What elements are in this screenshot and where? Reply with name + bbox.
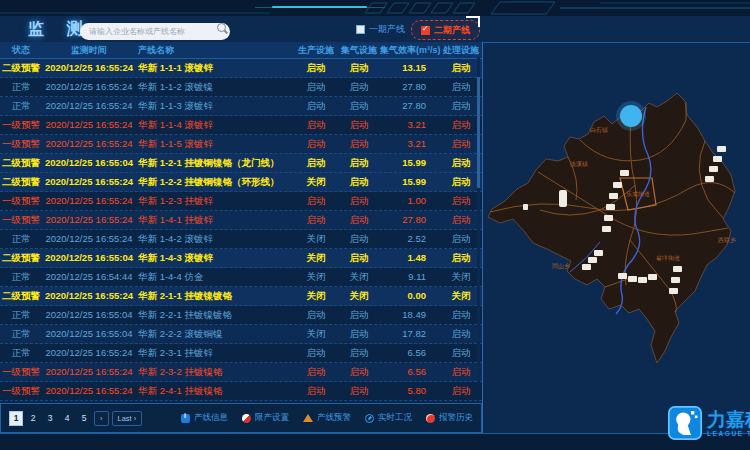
cell-time: 2020/12/25 16:55:24 [42, 97, 136, 115]
page-button-5[interactable]: 5 [77, 411, 91, 426]
district-map[interactable] [480, 60, 750, 375]
cell-gas: 启动 [338, 230, 380, 248]
cell-status: 正常 [0, 230, 42, 248]
cell-status: 二级预警 [0, 154, 42, 172]
search-input[interactable] [80, 23, 230, 40]
page-button-3[interactable]: 3 [43, 411, 57, 426]
brand-logo: 力嘉科技 LEAGUE TECH [668, 406, 750, 440]
table-row[interactable]: 一级预警2020/12/25 16:55:24华新 1-1-5 滚镀锌启动启动3… [0, 135, 482, 154]
search-icon[interactable] [217, 23, 226, 32]
table-row[interactable]: 正常2020/12/25 16:54:44华新 1-4-4 仿金关闭关闭9.11… [0, 268, 482, 287]
cell-status: 一级预警 [0, 192, 42, 210]
cell-eff: 27.80 [380, 211, 440, 229]
cell-prod: 启动 [294, 306, 338, 324]
cell-eff: 1.00 [380, 192, 440, 210]
cell-eff: 6.56 [380, 344, 440, 362]
column-header: 集气效率(m³/s) [380, 42, 440, 58]
cell-line: 华新 1-4-4 仿金 [136, 268, 294, 286]
page-button-2[interactable]: 2 [26, 411, 40, 426]
phase1-filter[interactable]: 一期产线 [356, 23, 405, 36]
cell-time: 2020/12/25 16:55:24 [42, 211, 136, 229]
cell-status: 一级预警 [0, 382, 42, 400]
cell-gas: 启动 [338, 78, 380, 96]
phase2-checkbox[interactable] [421, 26, 430, 35]
legend-item[interactable]: 实时工况 [365, 412, 412, 424]
top-decoration [0, 0, 750, 16]
column-header: 状态 [0, 42, 42, 58]
cell-gas: 关闭 [338, 268, 380, 286]
cell-eff: 9.11 [380, 268, 440, 286]
table-row[interactable]: 正常2020/12/25 16:55:04华新 2-2-1 挂镀镍镀铬启动启动1… [0, 306, 482, 325]
cell-eff: 13.15 [380, 59, 440, 77]
map-cluster-marker[interactable] [620, 105, 642, 127]
cell-line: 华新 1-1-1 滚镀锌 [136, 59, 294, 77]
phase1-checkbox[interactable] [356, 25, 365, 34]
cell-gas: 启动 [338, 192, 380, 210]
map-panel[interactable]: 白石镇淡溪镇乐成街道翁垟街道西联乡同山乡 [480, 42, 750, 433]
cell-prod: 关闭 [294, 173, 338, 191]
cell-gas: 启动 [338, 211, 380, 229]
cell-eff: 3.21 [380, 116, 440, 134]
limit-icon [242, 414, 251, 423]
column-header: 产线名称 [136, 42, 294, 58]
cell-gas: 启动 [338, 363, 380, 381]
column-header: 集气设施 [338, 42, 380, 58]
pagination-bar: 12345›Last › 产线信息限产设置产线预警实时工况报警历史 [0, 403, 482, 433]
table-row[interactable]: 正常2020/12/25 16:55:04华新 2-2-2 滚镀铜镍关闭启动17… [0, 325, 482, 344]
table-row[interactable]: 一级预警2020/12/25 16:55:24华新 1-2-3 挂镀锌启动启动1… [0, 192, 482, 211]
cell-status: 一级预警 [0, 363, 42, 381]
cell-prod: 关闭 [294, 287, 338, 305]
cell-status: 正常 [0, 344, 42, 362]
cell-prod: 启动 [294, 192, 338, 210]
legend-item[interactable]: 产线信息 [181, 412, 228, 424]
cell-status: 正常 [0, 268, 42, 286]
table-row[interactable]: 二级预警2020/12/25 16:55:24华新 2-1-1 挂镀镍镀铬关闭关… [0, 287, 482, 306]
next-page-button[interactable]: › [94, 411, 109, 426]
cell-status: 正常 [0, 325, 42, 343]
table-row[interactable]: 一级预警2020/12/25 16:55:24华新 1-4-1 挂镀锌启动启动2… [0, 211, 482, 230]
cell-line: 华新 2-1-1 挂镀镍镀铬 [136, 287, 294, 305]
cell-line: 华新 1-2-1 挂镀铜镍铬（龙门线） [136, 154, 294, 172]
search-box[interactable] [80, 20, 230, 37]
cell-status: 一级预警 [0, 211, 42, 229]
table-row[interactable]: 一级预警2020/12/25 16:55:24华新 1-1-4 滚镀锌启动启动3… [0, 116, 482, 135]
table-row[interactable]: 二级预警2020/12/25 16:55:04华新 1-4-3 滚镀锌关闭启动1… [0, 249, 482, 268]
last-page-button[interactable]: Last › [112, 411, 143, 426]
cell-line: 华新 2-4-1 挂镀镍铬 [136, 382, 294, 400]
table-row[interactable]: 正常2020/12/25 16:55:24华新 2-3-1 挂镀锌启动启动6.5… [0, 344, 482, 363]
legend: 产线信息限产设置产线预警实时工况报警历史 [181, 412, 473, 424]
page-button-1[interactable]: 1 [9, 411, 23, 426]
page-button-4[interactable]: 4 [60, 411, 74, 426]
table-row[interactable]: 二级预警2020/12/25 16:55:24华新 1-2-2 挂镀铜镍铬（环形… [0, 173, 482, 192]
cell-eff: 3.21 [380, 135, 440, 153]
cell-prod: 启动 [294, 135, 338, 153]
cell-eff: 0.00 [380, 287, 440, 305]
cell-treat: 启动 [440, 78, 482, 96]
cell-eff: 1.48 [380, 249, 440, 267]
table-row[interactable]: 正常2020/12/25 16:55:24华新 1-4-2 滚镀锌关闭启动2.5… [0, 230, 482, 249]
cell-time: 2020/12/25 16:55:24 [42, 135, 136, 153]
cell-line: 华新 2-2-1 挂镀镍镀铬 [136, 306, 294, 324]
alarm-icon [426, 414, 435, 423]
table-row[interactable]: 正常2020/12/25 16:55:24华新 1-1-3 滚镀锌启动启动27.… [0, 97, 482, 116]
cell-gas: 启动 [338, 249, 380, 267]
brand-name-cn: 力嘉科技 [707, 410, 750, 430]
cell-time: 2020/12/25 16:55:24 [42, 344, 136, 362]
legend-label: 报警历史 [439, 412, 473, 424]
table-row[interactable]: 二级预警2020/12/25 16:55:04华新 1-2-1 挂镀铜镍铬（龙门… [0, 154, 482, 173]
cell-prod: 启动 [294, 382, 338, 400]
cell-gas: 启动 [338, 59, 380, 77]
legend-item[interactable]: 报警历史 [426, 412, 473, 424]
cell-time: 2020/12/25 16:55:24 [42, 363, 136, 381]
table-row[interactable]: 二级预警2020/12/25 16:55:24华新 1-1-1 滚镀锌启动启动1… [0, 59, 482, 78]
cell-prod: 启动 [294, 363, 338, 381]
legend-item[interactable]: 产线预警 [303, 412, 351, 424]
cell-eff: 18.49 [380, 306, 440, 324]
cell-treat: 启动 [440, 344, 482, 362]
table-row[interactable]: 一级预警2020/12/25 16:55:24华新 2-4-1 挂镀镍铬启动启动… [0, 382, 482, 401]
table-row[interactable]: 正常2020/12/25 16:55:24华新 1-1-2 滚镀镍启动启动27.… [0, 78, 482, 97]
table-row[interactable]: 一级预警2020/12/25 16:55:24华新 2-3-2 挂镀镍铬启动启动… [0, 363, 482, 382]
legend-item[interactable]: 限产设置 [242, 412, 289, 424]
cell-prod: 启动 [294, 78, 338, 96]
cell-time: 2020/12/25 16:55:04 [42, 306, 136, 324]
